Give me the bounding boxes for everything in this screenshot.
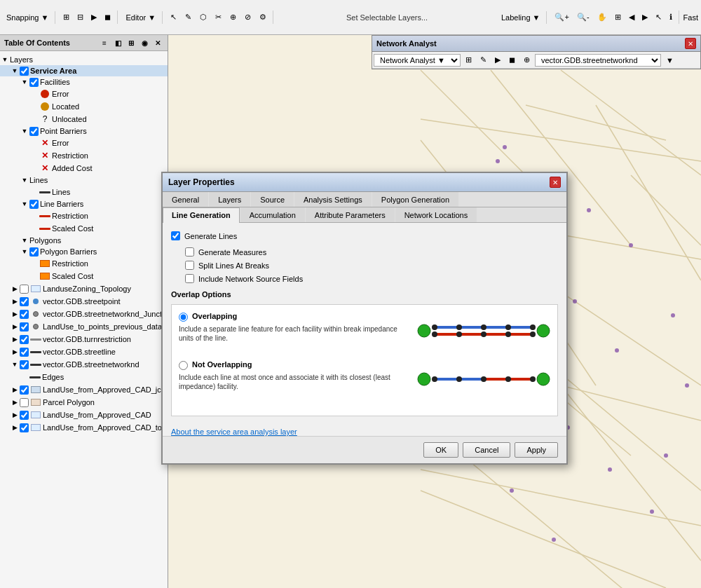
expand-service-area[interactable]: ▼ [10, 66, 20, 76]
expand-point-barriers[interactable]: ▼ [20, 126, 29, 136]
points-prev-checkbox[interactable] [20, 322, 29, 331]
cancel-button[interactable]: Cancel [463, 442, 510, 458]
edges-item[interactable]: Edges [0, 371, 168, 383]
na-btn-5[interactable]: ⊕ [520, 53, 533, 67]
streetline-checkbox[interactable] [20, 348, 29, 357]
expand-pb-error[interactable] [29, 138, 39, 148]
polygon-barriers-item[interactable]: ▼ Polygon Barriers [0, 246, 168, 257]
service-area-item[interactable]: ▼ Service Area [0, 65, 168, 76]
polyb-scaled-item[interactable]: Scaled Cost [0, 270, 168, 282]
tab-layers[interactable]: Layers [209, 192, 250, 207]
tab-accumulation[interactable]: Accumulation [240, 207, 305, 222]
expand-polygon-barriers[interactable]: ▼ [20, 247, 29, 257]
landuse-approved-cad-to-checkbox[interactable] [20, 423, 29, 432]
pb-error-item[interactable]: ✕ Error [0, 137, 168, 149]
expand-turnrestriction[interactable]: ▶ [10, 334, 20, 344]
tool-1[interactable]: ↖ [167, 11, 180, 24]
turnrestriction-item[interactable]: ▶ vector.GDB.turnrestriction [0, 333, 168, 346]
tool-3[interactable]: ⬡ [196, 11, 210, 24]
polyb-restriction-item[interactable]: Restriction [0, 257, 168, 270]
na-close[interactable]: ✕ [685, 38, 696, 49]
landuse-approved-cad-checkbox[interactable] [20, 411, 29, 420]
layers-root[interactable]: ▼ Layers [0, 54, 168, 65]
toc-icon-layers[interactable]: ◧ [112, 37, 123, 48]
landuse-approved-jc-checkbox[interactable] [20, 385, 29, 395]
na-network-dropdown[interactable]: vector.GDB.streetnetworknd [535, 54, 661, 67]
parcel-polygon-item[interactable]: ▶ Parcel Polygon [0, 396, 168, 409]
icon-btn-4[interactable]: ◼ [101, 11, 114, 24]
turnrestriction-checkbox[interactable] [20, 335, 29, 344]
icon-btn-3[interactable]: ▶ [88, 11, 100, 24]
expand-parcel-polygon[interactable]: ▶ [10, 397, 20, 407]
zoom-out[interactable]: 🔍- [573, 11, 593, 24]
expand-edges[interactable] [20, 372, 29, 382]
tab-source[interactable]: Source [251, 192, 294, 207]
zoom-in[interactable]: 🔍+ [551, 11, 572, 24]
tool-2[interactable]: ✎ [182, 11, 195, 24]
pan[interactable]: ✋ [594, 11, 611, 24]
identify[interactable]: ℹ [666, 11, 676, 24]
expand-lb-scaled[interactable] [29, 224, 39, 233]
toc-icon-list[interactable]: ≡ [99, 37, 110, 48]
generate-lines-checkbox[interactable] [171, 231, 180, 240]
ok-button[interactable]: OK [423, 442, 458, 458]
line-barriers-checkbox[interactable] [29, 200, 39, 209]
streetnetworknd-junct-item[interactable]: ▶ vector.GDB.streetnetworknd_Junct... [0, 308, 168, 320]
forward[interactable]: ▶ [639, 11, 651, 24]
facilities-item[interactable]: ▼ Facilities [0, 76, 168, 88]
expand-layers[interactable]: ▼ [0, 55, 10, 64]
streetpoint-checkbox[interactable] [20, 297, 29, 306]
expand-junct[interactable]: ▶ [10, 309, 20, 319]
editor-button[interactable]: Editor ▼ [122, 11, 159, 24]
icon-btn-2[interactable]: ⊟ [74, 11, 87, 24]
expand-streetnetworknd[interactable]: ▼ [10, 360, 20, 369]
toc-icon-vis[interactable]: ◉ [139, 37, 150, 48]
expand-points-prev[interactable]: ▶ [10, 322, 20, 331]
expand-f-error[interactable] [29, 89, 39, 99]
generate-measures-checkbox[interactable] [185, 247, 194, 257]
tab-attribute-parameters[interactable]: Attribute Parameters [306, 207, 395, 222]
full-extent[interactable]: ⊞ [611, 11, 625, 24]
back[interactable]: ◀ [625, 11, 638, 24]
streetline-item[interactable]: ▶ vector.GDB.streetline [0, 346, 168, 358]
tool-5[interactable]: ⊕ [226, 11, 240, 24]
landuse-zoning-checkbox[interactable] [20, 285, 29, 294]
na-btn-1[interactable]: ⊞ [462, 53, 475, 67]
expand-lb-restriction[interactable] [29, 211, 39, 221]
expand-line-barriers[interactable]: ▼ [20, 199, 29, 209]
landuse-zoning-item[interactable]: ▶ LanduseZoning_Topology [0, 282, 168, 295]
na-btn-3[interactable]: ▶ [491, 53, 504, 67]
overlapping-radio[interactable] [179, 313, 188, 322]
pb-addedcost-item[interactable]: ✕ Added Cost [0, 162, 168, 175]
select[interactable]: ↖ [652, 11, 665, 24]
streetnetworknd-item[interactable]: ▼ vector.GDB.streetnetworknd [0, 358, 168, 371]
streetpoint-item[interactable]: ▶ vector.GDB.streetpoint [0, 295, 168, 308]
polygon-barriers-checkbox[interactable] [29, 247, 39, 257]
streetnetworknd-checkbox[interactable] [20, 360, 29, 369]
facilities-checkbox[interactable] [29, 78, 39, 87]
tool-4[interactable]: ✂ [212, 11, 225, 24]
point-barriers-item[interactable]: ▼ Point Barriers [0, 125, 168, 137]
expand-landuse-approved-cad-to[interactable]: ▶ [10, 423, 20, 432]
split-lines-checkbox[interactable] [185, 261, 194, 270]
expand-streetpoint[interactable]: ▶ [10, 296, 20, 306]
landuse-approved-cad-item[interactable]: ▶ LandUse_from_Approved_CAD [0, 409, 168, 421]
tab-network-locations[interactable]: Network Locations [395, 207, 477, 222]
expand-facilities[interactable]: ▼ [20, 77, 29, 87]
expand-polyb-scaled[interactable] [29, 271, 39, 281]
landuse-approved-jc-item[interactable]: ▶ LandUse_from_Approved_CAD_jc... [0, 383, 168, 396]
unlocated-item[interactable]: ? Unlocated [0, 113, 168, 125]
points-previous-item[interactable]: ▶ LandUse_to_points_previous_data... [0, 320, 168, 333]
expand-unlocated[interactable] [29, 114, 39, 124]
dialog-close-button[interactable]: ✕ [550, 177, 561, 188]
include-network-checkbox[interactable] [185, 274, 194, 283]
parcel-polygon-checkbox[interactable] [20, 398, 29, 407]
point-barriers-checkbox[interactable] [29, 127, 39, 136]
expand-streetline[interactable]: ▶ [10, 347, 20, 357]
expand-landuse-approved-cad[interactable]: ▶ [10, 410, 20, 420]
expand-lines[interactable]: ▼ [20, 175, 29, 185]
facilities-error-item[interactable]: Error [0, 88, 168, 100]
tool-6[interactable]: ⊘ [241, 11, 254, 24]
toc-icon-source[interactable]: ⊞ [125, 37, 137, 48]
expand-pb-restriction[interactable] [29, 151, 39, 160]
